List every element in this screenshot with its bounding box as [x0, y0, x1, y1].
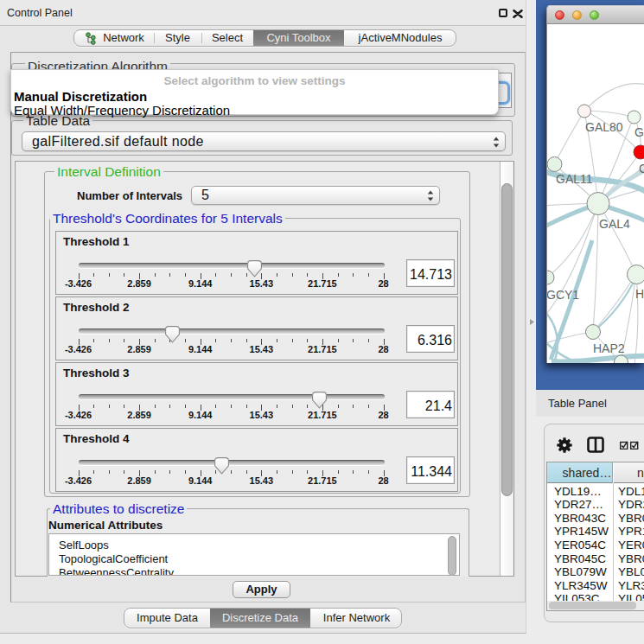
svg-text:C: C: [639, 162, 644, 175]
svg-text:GAL11: GAL11: [556, 172, 593, 186]
svg-text:H: H: [635, 287, 644, 301]
svg-text:GCY1: GCY1: [547, 288, 579, 302]
svg-text:HAP2: HAP2: [593, 341, 625, 355]
svg-text:GAL80: GAL80: [585, 120, 623, 134]
svg-text:GAL4: GAL4: [599, 217, 630, 231]
svg-text:GA: GA: [634, 125, 644, 139]
